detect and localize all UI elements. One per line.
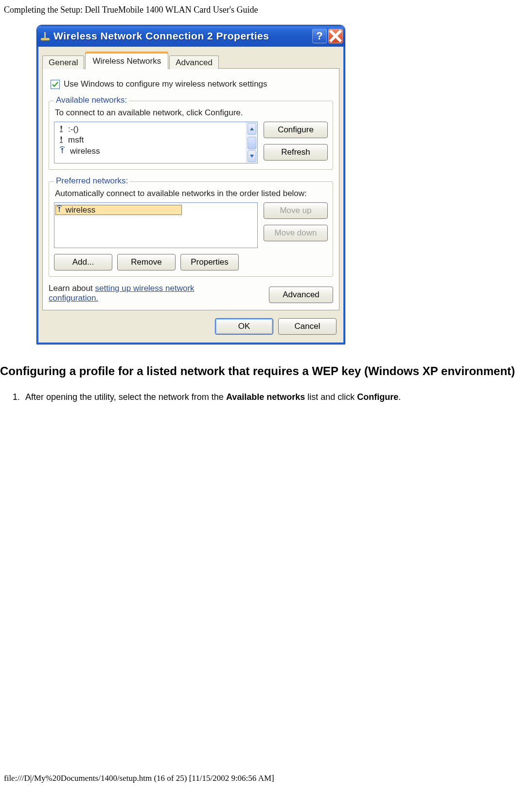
refresh-button[interactable]: Refresh bbox=[264, 144, 328, 161]
scroll-track[interactable] bbox=[247, 136, 257, 149]
wireless-icon bbox=[41, 32, 50, 40]
window-title: Wireless Network Connection 2 Properties bbox=[53, 30, 311, 42]
move-down-button[interactable]: Move down bbox=[264, 225, 328, 241]
advanced-button[interactable]: Advanced bbox=[269, 287, 333, 303]
steps-list: After opening the utility, select the ne… bbox=[22, 392, 532, 402]
preferred-networks-group: Preferred networks: Automatically connec… bbox=[49, 181, 333, 277]
tower-icon bbox=[58, 136, 64, 145]
move-up-button[interactable]: Move up bbox=[264, 202, 328, 219]
scroll-down-button[interactable] bbox=[248, 150, 256, 162]
help-button[interactable]: ? bbox=[312, 29, 327, 43]
preferred-networks-title: Preferred networks: bbox=[54, 176, 130, 186]
tab-content: Use Windows to configure my wireless net… bbox=[42, 68, 339, 310]
scroll-thumb[interactable] bbox=[248, 137, 256, 149]
use-windows-label: Use Windows to configure my wireless net… bbox=[64, 79, 267, 89]
tab-strip: General Wireless Networks Advanced bbox=[42, 53, 339, 69]
available-networks-desc: To connect to an available network, clic… bbox=[55, 108, 328, 118]
svg-point-2 bbox=[61, 148, 63, 150]
xp-properties-window: Wireless Network Connection 2 Properties… bbox=[36, 25, 345, 344]
add-button[interactable]: Add... bbox=[54, 254, 112, 270]
ok-button[interactable]: OK bbox=[215, 318, 273, 335]
learn-text: Learn about setting up wireless network … bbox=[49, 284, 224, 303]
preferred-networks-list[interactable]: wireless bbox=[54, 202, 258, 248]
tab-wireless-networks[interactable]: Wireless Networks bbox=[85, 53, 168, 69]
remove-button[interactable]: Remove bbox=[117, 254, 176, 270]
document-header: Completing the Setup: Dell TrueMobile 14… bbox=[0, 5, 532, 25]
tab-advanced[interactable]: Advanced bbox=[169, 55, 219, 69]
antenna-icon bbox=[55, 205, 66, 215]
document-footer: file:///D|/My%20Documents/1400/setup.htm… bbox=[4, 774, 274, 783]
step-1: After opening the utility, select the ne… bbox=[22, 392, 532, 402]
use-windows-checkbox[interactable] bbox=[51, 80, 60, 89]
tower-icon bbox=[58, 125, 64, 134]
available-networks-title: Available networks: bbox=[54, 95, 129, 105]
preferred-networks-desc: Automatically connect to available netwo… bbox=[55, 189, 328, 198]
available-item-1[interactable]: msft bbox=[54, 135, 246, 145]
section-heading: Configuring a profile for a listed netwo… bbox=[0, 364, 532, 378]
properties-button[interactable]: Properties bbox=[180, 254, 239, 270]
available-item-0[interactable]: :-() bbox=[54, 124, 246, 135]
window-titlebar[interactable]: Wireless Network Connection 2 Properties… bbox=[37, 25, 345, 47]
scroll-up-button[interactable] bbox=[248, 123, 256, 135]
svg-point-0 bbox=[61, 126, 62, 127]
svg-point-1 bbox=[61, 136, 62, 138]
svg-point-3 bbox=[58, 207, 60, 209]
configure-button[interactable]: Configure bbox=[264, 122, 328, 138]
available-networks-group: Available networks: To connect to an ava… bbox=[49, 101, 333, 170]
tab-general[interactable]: General bbox=[42, 55, 84, 69]
available-scrollbar[interactable] bbox=[246, 122, 257, 163]
preferred-item-0[interactable]: wireless bbox=[55, 205, 182, 215]
available-item-2[interactable]: wireless bbox=[54, 145, 246, 157]
close-button[interactable] bbox=[328, 29, 343, 43]
available-networks-list[interactable]: :-() msft bbox=[54, 122, 258, 163]
antenna-icon bbox=[58, 146, 66, 156]
cancel-button[interactable]: Cancel bbox=[278, 318, 337, 335]
